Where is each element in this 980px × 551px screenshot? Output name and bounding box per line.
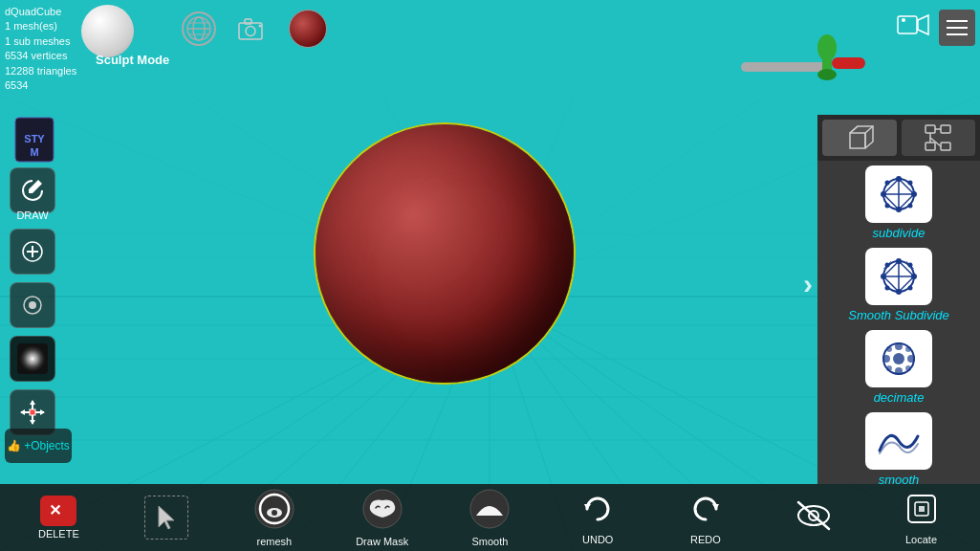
svg-marker-58 <box>40 409 45 415</box>
top-center-icons <box>182 10 327 48</box>
panel-tab-cube[interactable] <box>822 120 897 156</box>
panel-item-subdivide[interactable]: subdivide <box>822 165 975 240</box>
smooth-label: smooth <box>879 473 920 484</box>
triangle-count: 12288 triangles <box>5 64 76 78</box>
redo-icon <box>687 491 724 532</box>
hamburger-line-1 <box>947 20 968 22</box>
svg-rect-31 <box>239 23 262 39</box>
dot-tool-button[interactable] <box>10 282 55 328</box>
panel-item-smooth-subdivide[interactable]: Smooth Subdivide <box>822 248 975 322</box>
svg-marker-36 <box>918 15 928 34</box>
smooth-bottom-button[interactable]: Smooth <box>461 489 518 547</box>
subdivide-label: subdivide <box>873 226 926 240</box>
svg-point-115 <box>905 365 911 371</box>
svg-rect-42 <box>832 57 865 69</box>
next-arrow-button[interactable]: › <box>803 268 813 300</box>
panel-tab-nodes[interactable] <box>902 120 976 156</box>
number-display: 6534 <box>5 78 76 93</box>
right-panel: subdivide <box>817 115 980 484</box>
cursor-button[interactable] <box>138 496 195 540</box>
svg-rect-35 <box>898 16 917 33</box>
smooth-bottom-icon <box>469 489 510 534</box>
draw-mask-button[interactable]: Draw Mask <box>354 489 411 547</box>
redo-button[interactable]: REDO <box>677 491 734 545</box>
mesh-count: 1 mesh(es) <box>5 19 76 33</box>
remesh-button[interactable]: remesh <box>246 489 303 547</box>
sculpt-mode-label: Sculpt Mode <box>96 53 169 67</box>
svg-rect-132 <box>919 506 925 512</box>
svg-point-113 <box>905 346 911 352</box>
svg-point-79 <box>885 204 890 209</box>
svg-point-80 <box>908 204 913 209</box>
subdivide-icon <box>865 165 932 223</box>
sphere-thumbnail[interactable] <box>289 10 327 48</box>
panel-items-list: subdivide <box>817 161 980 484</box>
svg-point-109 <box>895 367 903 375</box>
draw-mask-icon <box>362 489 403 534</box>
locate-label: Locate <box>905 534 937 545</box>
svg-marker-55 <box>30 400 35 405</box>
locate-button[interactable]: Locate <box>893 491 950 545</box>
locate-icon <box>904 491 940 532</box>
smooth-subdivide-icon <box>865 248 932 305</box>
panel-item-decimate[interactable]: decimate <box>822 330 975 405</box>
add-objects-button[interactable]: 👍 +Objects <box>5 429 72 463</box>
svg-point-37 <box>902 18 905 22</box>
svg-rect-60 <box>850 133 865 148</box>
draw-tool-button[interactable] <box>10 167 55 213</box>
svg-rect-59 <box>30 409 35 415</box>
svg-point-122 <box>272 510 277 516</box>
undo-button[interactable]: UNDO <box>569 491 626 545</box>
svg-rect-33 <box>245 19 251 24</box>
hamburger-line-3 <box>947 33 968 35</box>
svg-rect-64 <box>926 125 935 133</box>
svg-point-107 <box>893 353 904 364</box>
smooth-bottom-label: Smooth <box>471 536 508 547</box>
svg-line-61 <box>850 126 858 133</box>
globe-icon[interactable] <box>182 11 216 46</box>
svg-text:✕: ✕ <box>49 502 61 518</box>
add-tool-button[interactable] <box>10 229 55 275</box>
svg-rect-38 <box>741 62 827 72</box>
cursor-icon <box>144 496 188 540</box>
remesh-label: remesh <box>257 536 293 547</box>
svg-marker-57 <box>20 409 25 415</box>
viewport[interactable]: dQuadCube 1 mesh(es) 1 sub meshes 6534 v… <box>0 0 980 551</box>
svg-point-41 <box>817 69 837 80</box>
svg-text:M: M <box>30 146 38 158</box>
video-camera-icon[interactable] <box>897 12 929 43</box>
svg-point-111 <box>907 355 915 363</box>
svg-point-110 <box>882 355 890 363</box>
svg-point-108 <box>895 342 903 350</box>
smooth-icon <box>865 412 932 470</box>
camera-icon[interactable] <box>235 11 270 46</box>
svg-point-78 <box>908 181 913 186</box>
thumb-up-icon: 👍 <box>7 439 21 452</box>
svg-marker-56 <box>30 420 35 425</box>
svg-point-112 <box>886 346 892 352</box>
svg-line-62 <box>865 126 873 133</box>
hide-button[interactable] <box>785 497 842 539</box>
glow-tool-button[interactable] <box>10 336 55 382</box>
svg-point-95 <box>885 286 890 291</box>
delete-icon: ✕ <box>40 496 76 526</box>
info-panel: dQuadCube 1 mesh(es) 1 sub meshes 6534 v… <box>5 5 76 93</box>
draw-label: DRAW <box>16 209 48 221</box>
left-toolbar: DRAW <box>10 167 55 435</box>
panel-item-smooth[interactable]: smooth <box>822 412 975 484</box>
svg-marker-119 <box>159 506 174 529</box>
tool-handle <box>741 29 875 105</box>
3d-sphere <box>316 124 574 383</box>
decimate-label: decimate <box>874 390 925 405</box>
hamburger-menu-button[interactable] <box>939 10 975 46</box>
svg-point-96 <box>908 286 913 291</box>
svg-point-52 <box>19 345 46 372</box>
stym-icon[interactable]: STY M <box>11 115 57 165</box>
vertex-count: 6534 vertices <box>5 49 76 63</box>
svg-marker-126 <box>712 504 719 510</box>
svg-text:STY: STY <box>24 133 45 144</box>
svg-marker-125 <box>584 504 591 510</box>
undo-icon <box>579 491 616 532</box>
svg-rect-67 <box>941 143 950 150</box>
delete-button[interactable]: ✕ DELETE <box>30 496 87 540</box>
